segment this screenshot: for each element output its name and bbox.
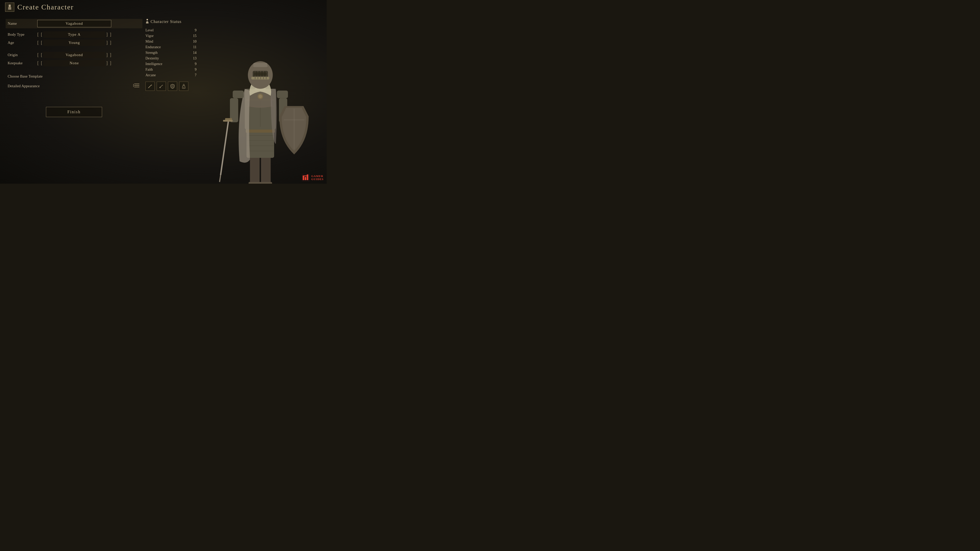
stat-name-mind: Mind xyxy=(145,40,153,44)
stat-name-dexterity: Dexterity xyxy=(145,56,159,60)
keepsake-field[interactable]: [ None ] xyxy=(37,60,111,66)
stat-value-strength: 14 xyxy=(190,51,197,55)
svg-rect-18 xyxy=(261,154,271,184)
stat-value-faith: 9 xyxy=(190,68,197,72)
base-template-label: Choose Base Template xyxy=(8,74,43,79)
svg-point-7 xyxy=(146,19,148,21)
header: Create Character xyxy=(0,0,327,14)
page-title: Create Character xyxy=(18,3,74,11)
name-label: Name xyxy=(8,21,33,26)
character-status-panel: Character Status Level 9 Vigor 15 Mind 1… xyxy=(145,16,197,184)
svg-rect-19 xyxy=(248,182,261,184)
character-model-panel xyxy=(202,16,319,184)
stat-row: Mind 10 xyxy=(145,39,197,44)
stat-name-endurance: Endurance xyxy=(145,45,161,49)
svg-rect-38 xyxy=(223,120,233,122)
origin-field[interactable]: [ Vagabond ] xyxy=(37,52,111,58)
flask-icon xyxy=(179,82,188,91)
stat-row: Arcane 7 xyxy=(145,73,197,78)
origin-row: Origin [ Vagabond ] xyxy=(8,51,140,59)
finish-section: Finish xyxy=(8,107,140,117)
sword-icon xyxy=(145,82,155,91)
svg-line-35 xyxy=(221,120,228,175)
age-field[interactable]: [ Young ] xyxy=(37,40,111,46)
stat-name-arcane: Arcane xyxy=(145,73,156,77)
svg-line-11 xyxy=(160,85,162,88)
origin-label: Origin xyxy=(8,53,33,57)
header-icon xyxy=(5,3,14,12)
shield-icon xyxy=(168,82,177,91)
stat-row: Intelligence 9 xyxy=(145,61,197,67)
finish-button[interactable]: Finish xyxy=(46,107,102,117)
svg-rect-33 xyxy=(233,91,244,98)
svg-rect-17 xyxy=(250,154,259,184)
stat-row: Strength 14 xyxy=(145,50,197,56)
stat-name-intelligence: Intelligence xyxy=(145,62,162,66)
svg-rect-46 xyxy=(253,63,267,67)
character-illustration xyxy=(202,16,319,184)
stat-value-endurance: 11 xyxy=(190,45,197,49)
stat-value-dexterity: 13 xyxy=(190,56,197,60)
stat-name-faith: Faith xyxy=(145,68,153,72)
stat-value-intelligence: 9 xyxy=(190,62,197,66)
svg-rect-21 xyxy=(247,130,274,158)
watermark: GAMERGUIDES xyxy=(302,173,324,182)
status-title: Character Status xyxy=(151,19,181,24)
content-area: Name Vagabond Body Type [ Type A ] Age [… xyxy=(0,16,327,184)
stat-name-strength: Strength xyxy=(145,51,158,55)
detailed-appearance-label: Detailed Appearance xyxy=(8,84,40,88)
stat-row: Endurance 11 xyxy=(145,44,197,50)
stat-name-vigor: Vigor xyxy=(145,34,154,38)
body-type-row: Body Type [ Type A ] xyxy=(8,30,140,38)
svg-rect-57 xyxy=(307,175,308,180)
stat-row: Dexterity 13 xyxy=(145,56,197,61)
keepsake-label: Keepsake xyxy=(8,61,33,65)
svg-point-32 xyxy=(259,95,262,98)
age-row: Age [ Young ] xyxy=(8,38,140,47)
svg-rect-20 xyxy=(259,182,272,184)
svg-rect-14 xyxy=(183,84,184,86)
keepsake-row: Keepsake [ None ] xyxy=(8,59,140,67)
svg-rect-39 xyxy=(277,91,288,98)
stat-value-arcane: 7 xyxy=(190,73,197,77)
status-header: Character Status xyxy=(145,19,197,24)
dagger-icon xyxy=(157,82,166,91)
watermark-text: GAMERGUIDES xyxy=(311,175,324,181)
stat-row: Faith 9 xyxy=(145,67,197,73)
body-type-label: Body Type xyxy=(8,32,33,37)
status-person-icon xyxy=(145,19,149,24)
left-panel: Name Vagabond Body Type [ Type A ] Age [… xyxy=(8,16,140,184)
stat-name-level: Level xyxy=(145,28,154,32)
svg-point-15 xyxy=(183,87,185,88)
stat-value-level: 9 xyxy=(190,28,197,32)
svg-rect-53 xyxy=(254,72,267,76)
svg-line-10 xyxy=(149,87,150,87)
equipment-icons xyxy=(145,82,197,91)
base-template-option[interactable]: Choose Base Template xyxy=(8,72,140,81)
list-icon xyxy=(133,83,140,89)
stat-value-mind: 10 xyxy=(190,40,197,44)
stat-value-vigor: 15 xyxy=(190,34,197,38)
svg-rect-56 xyxy=(305,177,306,180)
stats-list: Level 9 Vigor 15 Mind 10 Endurance 11 St… xyxy=(145,27,197,78)
name-field[interactable]: Vagabond xyxy=(37,20,111,27)
detailed-appearance-option[interactable]: Detailed Appearance xyxy=(8,81,140,92)
svg-point-2 xyxy=(9,6,11,8)
svg-rect-47 xyxy=(251,77,269,79)
name-row: Name Vagabond xyxy=(6,19,142,28)
svg-rect-58 xyxy=(303,176,308,176)
stat-row: Level 9 xyxy=(145,27,197,33)
age-label: Age xyxy=(8,41,33,45)
svg-line-36 xyxy=(220,175,221,182)
stat-row: Vigor 15 xyxy=(145,33,197,39)
body-type-field[interactable]: [ Type A ] xyxy=(37,32,111,38)
